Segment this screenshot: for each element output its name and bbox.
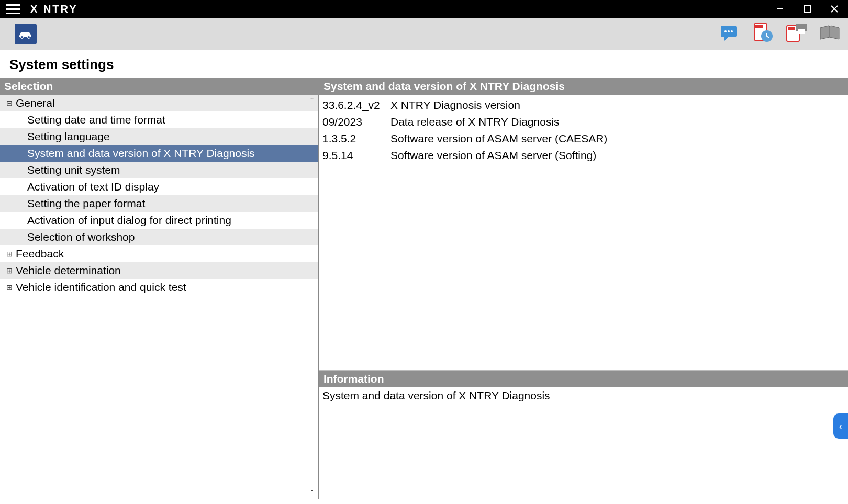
expand-icon: ⊞ — [6, 250, 14, 258]
expand-icon: ⊞ — [6, 283, 14, 292]
chevron-left-icon: ‹ — [839, 420, 843, 432]
tree-item-paper-format[interactable]: Setting the paper format — [0, 195, 318, 212]
tree-group-label: Feedback — [16, 248, 64, 260]
svg-rect-1 — [804, 6, 810, 12]
pdf-print-icon[interactable] — [784, 21, 808, 45]
svg-point-4 — [21, 36, 24, 38]
hamburger-menu-icon[interactable] — [0, 0, 21, 18]
tree-item-language[interactable]: Setting language — [0, 128, 318, 145]
page-title: System settings — [0, 50, 848, 78]
vehicle-icon[interactable] — [15, 24, 37, 44]
detail-header: System and data version of X NTRY Diagno… — [319, 78, 848, 95]
pdf-history-icon[interactable] — [751, 21, 775, 45]
information-body: System and data version of X NTRY Diagno… — [319, 387, 848, 499]
selection-pane: Selection ⊟ General Setting date and tim… — [0, 78, 319, 499]
detail-row: 09/2023 Data release of X NTRY Diagnosis — [322, 114, 845, 130]
tree-area: ⊟ General Setting date and time format S… — [0, 95, 319, 499]
tree-item-unit-system[interactable]: Setting unit system — [0, 162, 318, 178]
detail-value: 09/2023 — [322, 116, 390, 128]
app-title: X NTRY — [30, 3, 78, 15]
detail-value: 1.3.5.2 — [322, 132, 390, 145]
svg-rect-12 — [755, 25, 763, 28]
window-controls — [766, 0, 848, 18]
svg-marker-7 — [724, 36, 729, 41]
collapse-icon: ⊟ — [6, 99, 14, 107]
svg-rect-17 — [798, 29, 805, 34]
scroll-down-icon[interactable]: ˇ — [307, 488, 317, 498]
detail-label: X NTRY Diagnosis version — [390, 99, 845, 111]
tree-group-label: Vehicle identification and quick test — [16, 281, 186, 294]
tree-item-input-dialog[interactable]: Activation of input dialog for direct pr… — [0, 212, 318, 229]
svg-point-5 — [28, 36, 30, 38]
detail-value: 9.5.14 — [322, 149, 390, 162]
detail-label: Software version of ASAM server (Softing… — [390, 149, 845, 162]
tree-item-workshop[interactable]: Selection of workshop — [0, 229, 318, 245]
tree-group-general[interactable]: ⊟ General — [0, 95, 318, 111]
detail-label: Data release of X NTRY Diagnosis — [390, 116, 845, 128]
svg-point-10 — [731, 30, 733, 32]
detail-row: 9.5.14 Software version of ASAM server (… — [322, 147, 845, 164]
svg-point-9 — [728, 30, 730, 32]
tree-group-vehicle-determination[interactable]: ⊞ Vehicle determination — [0, 262, 318, 279]
tree-item-system-data-version[interactable]: System and data version of X NTRY Diagno… — [0, 145, 318, 162]
detail-label: Software version of ASAM server (CAESAR) — [390, 132, 845, 145]
tree-item-text-id[interactable]: Activation of text ID display — [0, 178, 318, 195]
svg-point-8 — [724, 30, 727, 32]
tree-group-feedback[interactable]: ⊞ Feedback — [0, 245, 318, 262]
chat-icon[interactable] — [717, 21, 741, 45]
detail-row: 1.3.5.2 Software version of ASAM server … — [322, 130, 845, 147]
expand-icon: ⊞ — [6, 266, 14, 275]
selection-header: Selection — [0, 78, 319, 95]
book-icon[interactable] — [818, 21, 842, 45]
tree-item-date-time[interactable]: Setting date and time format — [0, 111, 318, 128]
detail-row: 33.6.2.4_v2 X NTRY Diagnosis version — [322, 97, 845, 114]
detail-body: 33.6.2.4_v2 X NTRY Diagnosis version 09/… — [319, 95, 848, 370]
information-text: System and data version of X NTRY Diagno… — [322, 389, 550, 401]
close-button[interactable] — [821, 0, 848, 18]
maximize-button[interactable] — [794, 0, 821, 18]
tree-group-label: General — [16, 97, 55, 109]
scroll-up-icon[interactable]: ˆ — [307, 96, 317, 106]
window-titlebar: X NTRY — [0, 0, 848, 18]
side-drawer-toggle[interactable]: ‹ — [833, 413, 848, 439]
detail-pane: System and data version of X NTRY Diagno… — [319, 78, 848, 499]
minimize-button[interactable] — [766, 0, 794, 18]
svg-rect-15 — [788, 27, 795, 30]
tree-group-vehicle-id-quick-test[interactable]: ⊞ Vehicle identification and quick test — [0, 279, 318, 296]
information-header: Information — [319, 371, 848, 387]
detail-value: 33.6.2.4_v2 — [322, 99, 390, 111]
tree-group-label: Vehicle determination — [16, 264, 121, 277]
content-area: Selection ⊟ General Setting date and tim… — [0, 78, 848, 499]
toolbar — [0, 18, 848, 50]
